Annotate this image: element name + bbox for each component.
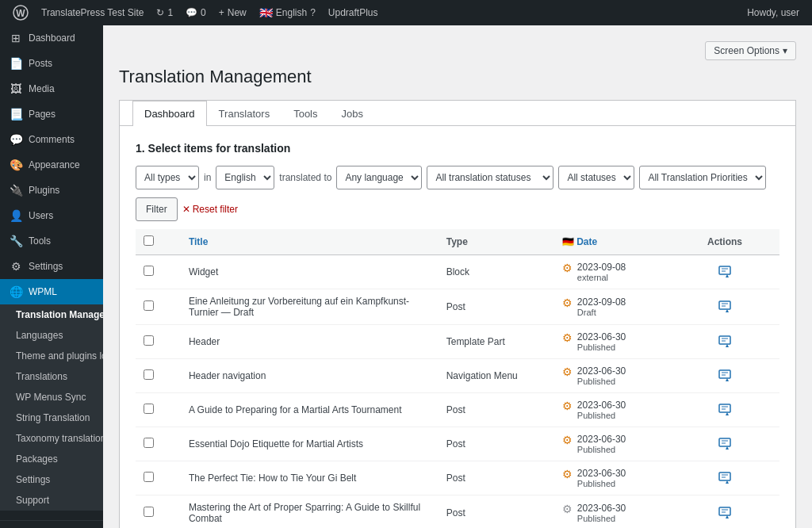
priorities-filter[interactable]: All Translation Priorities bbox=[639, 166, 766, 189]
items-table: Title Type 🇩🇪 Date Actions Widget Bl bbox=[136, 229, 779, 528]
tab-content: 1. Select items for translation All type… bbox=[120, 126, 795, 528]
howdy: Howdy, user bbox=[741, 7, 806, 18]
row-actions bbox=[670, 427, 779, 461]
menu-item-plugins[interactable]: 🔌 Plugins bbox=[0, 178, 103, 203]
row-checkbox[interactable] bbox=[144, 369, 154, 380]
posts-icon: 📄 bbox=[10, 57, 22, 70]
row-checkbox-cell bbox=[136, 359, 181, 393]
translate-action-icon[interactable] bbox=[715, 368, 734, 384]
submenu-item-translation-management[interactable]: Translation Management bbox=[0, 304, 103, 325]
updates-count[interactable]: ↻1 bbox=[150, 7, 179, 18]
translation-status-icon: ⚙ bbox=[562, 365, 573, 378]
menu-item-settings[interactable]: ⚙ Settings bbox=[0, 254, 103, 279]
new-content[interactable]: +New bbox=[213, 7, 253, 18]
submenu-item-translations[interactable]: Translations bbox=[0, 366, 103, 387]
svg-rect-20 bbox=[719, 473, 730, 480]
menu-item-pages[interactable]: 📃 Pages bbox=[0, 101, 103, 127]
row-title: Widget bbox=[181, 255, 439, 289]
menu-item-posts[interactable]: 📄 Posts bbox=[0, 51, 103, 76]
translate-action-icon[interactable] bbox=[715, 505, 734, 521]
select-all-checkbox[interactable] bbox=[144, 235, 154, 246]
row-checkbox[interactable] bbox=[144, 300, 154, 311]
row-date: ⚙ 2023-09-08 external bbox=[554, 255, 670, 289]
svg-rect-23 bbox=[719, 507, 730, 515]
menu-item-media[interactable]: 🖼 Media bbox=[0, 76, 103, 101]
table-header-row: Title Type 🇩🇪 Date Actions bbox=[136, 229, 779, 255]
row-checkbox[interactable] bbox=[144, 404, 154, 414]
any-language-filter[interactable]: Any language bbox=[336, 166, 422, 189]
row-actions bbox=[670, 393, 779, 427]
translate-action-icon[interactable] bbox=[715, 402, 734, 418]
row-date: ⚙ 2023-09-08 Draft bbox=[554, 289, 670, 325]
tab-translators[interactable]: Translators bbox=[207, 101, 282, 126]
table-row: The Perfect Tie: How to Tie Your Gi Belt… bbox=[136, 461, 779, 495]
row-actions bbox=[670, 255, 779, 289]
submenu-item-taxonomy-translation[interactable]: Taxonomy translation bbox=[0, 428, 103, 449]
submenu-item-theme-plugins[interactable]: Theme and plugins localization bbox=[0, 346, 103, 366]
menu-item-appearance[interactable]: 🎨 Appearance bbox=[0, 152, 103, 178]
collapse-menu[interactable]: ◀ Collapse menu bbox=[0, 520, 103, 528]
row-type: Post bbox=[439, 461, 554, 495]
row-actions bbox=[670, 325, 779, 359]
updraftplus[interactable]: UpdraftPlus bbox=[322, 7, 385, 18]
translated-to-label: translated to bbox=[279, 172, 331, 183]
site-name[interactable]: TranslatePress Test Site bbox=[35, 7, 150, 18]
submenu-item-support[interactable]: Support bbox=[0, 490, 103, 511]
translate-action-icon[interactable] bbox=[715, 470, 734, 486]
row-date: ⚙ 2023-06-30 Published bbox=[554, 495, 670, 529]
table-row: Mastering the Art of Proper Sparring: A … bbox=[136, 495, 779, 529]
reset-filter-link[interactable]: ✕ Reset filter bbox=[182, 204, 238, 215]
submenu-item-wp-menus-sync[interactable]: WP Menus Sync bbox=[0, 387, 103, 407]
menu-item-users[interactable]: 👤 Users bbox=[0, 203, 103, 228]
type-filter[interactable]: All types bbox=[136, 166, 199, 189]
language-switcher[interactable]: 🇬🇧 English ? bbox=[253, 6, 322, 19]
menu-item-dashboard[interactable]: ⊞ Dashboard bbox=[0, 25, 103, 51]
translation-status-icon: ⚙ bbox=[562, 262, 573, 274]
comments-count[interactable]: 💬0 bbox=[179, 7, 213, 18]
users-icon: 👤 bbox=[10, 209, 22, 222]
all-statuses-filter[interactable]: All statuses bbox=[558, 166, 634, 189]
language-filter[interactable]: English bbox=[216, 166, 274, 189]
translation-status-icon: ⚙ bbox=[562, 297, 573, 309]
tab-dashboard[interactable]: Dashboard bbox=[132, 101, 207, 126]
menu-item-tools[interactable]: 🔧 Tools bbox=[0, 228, 103, 254]
translate-action-icon[interactable] bbox=[715, 436, 734, 452]
submenu-item-string-translation[interactable]: String Translation bbox=[0, 407, 103, 428]
row-checkbox[interactable] bbox=[144, 438, 154, 448]
row-date: ⚙ 2023-06-30 Published bbox=[554, 461, 670, 495]
screen-options-button[interactable]: Screen Options ▾ bbox=[705, 41, 796, 60]
menu-item-wpml[interactable]: 🌐 WPML bbox=[0, 279, 103, 304]
row-type: Block bbox=[439, 255, 554, 289]
dashboard-icon: ⊞ bbox=[10, 32, 22, 44]
row-checkbox[interactable] bbox=[144, 472, 154, 482]
main-content: Screen Options ▾ Translation Management … bbox=[103, 25, 812, 528]
filter-button[interactable]: Filter bbox=[136, 197, 178, 221]
row-type: Post bbox=[439, 427, 554, 461]
translate-action-icon[interactable] bbox=[715, 299, 734, 315]
row-date: ⚙ 2023-06-30 Published bbox=[554, 359, 670, 393]
admin-bar: W TranslatePress Test Site ↻1 💬0 +New 🇬🇧… bbox=[0, 0, 812, 25]
row-title: Eine Anleitung zur Vorbereitung auf ein … bbox=[181, 289, 439, 325]
submenu-item-settings[interactable]: Settings bbox=[0, 469, 103, 490]
title-column-header[interactable]: Title bbox=[181, 229, 439, 255]
row-checkbox[interactable] bbox=[144, 266, 154, 276]
tools-icon: 🔧 bbox=[10, 235, 22, 247]
submenu-item-languages[interactable]: Languages bbox=[0, 325, 103, 346]
tab-tools[interactable]: Tools bbox=[282, 101, 329, 126]
appearance-icon: 🎨 bbox=[10, 159, 22, 171]
date-column-header[interactable]: 🇩🇪 Date bbox=[554, 229, 670, 255]
translation-status-filter[interactable]: All translation statuses bbox=[427, 166, 553, 189]
svg-rect-5 bbox=[719, 301, 730, 309]
submenu-item-packages[interactable]: Packages bbox=[0, 449, 103, 469]
tab-jobs[interactable]: Jobs bbox=[330, 101, 375, 126]
page-title: Translation Management bbox=[119, 67, 796, 87]
translate-action-icon[interactable] bbox=[715, 334, 734, 350]
menu-item-comments[interactable]: 💬 Comments bbox=[0, 127, 103, 152]
pages-icon: 📃 bbox=[10, 108, 22, 121]
wp-logo[interactable]: W bbox=[6, 5, 35, 21]
select-all-header bbox=[136, 229, 181, 255]
row-checkbox[interactable] bbox=[144, 507, 154, 517]
translate-action-icon[interactable] bbox=[715, 264, 734, 280]
plugins-icon: 🔌 bbox=[10, 184, 22, 197]
row-checkbox[interactable] bbox=[144, 335, 154, 346]
